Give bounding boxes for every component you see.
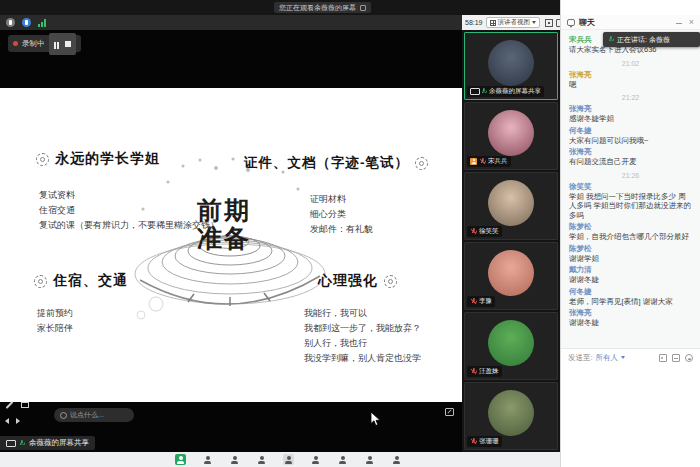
section-title: 住宿、交通 — [53, 272, 128, 290]
participant-panel-header: 58:19 演讲者视图 — [462, 15, 560, 30]
shape-icon[interactable] — [21, 402, 29, 408]
app-icon[interactable] — [364, 454, 375, 465]
network-signal-icon[interactable] — [38, 19, 46, 27]
emoji-icon[interactable] — [60, 412, 67, 419]
mic-status-icon — [471, 438, 476, 445]
participant-name: 张珊珊 — [479, 437, 499, 446]
share-source-text: 余薇薇的屏幕共享 — [29, 438, 89, 448]
chat-sender-name: 何冬婕 — [569, 126, 692, 136]
speaking-toast-text: 正在讲话: 余薇薇 — [617, 35, 670, 45]
meeting-window: 您正在观看余薇薇的屏幕 × 录制中 — [0, 0, 700, 467]
chat-sender-name: 戴力清 — [569, 265, 692, 275]
chat-message-text: 谢谢冬婕 — [569, 275, 692, 285]
chat-sender-name: 张海亮 — [569, 147, 692, 157]
chat-sender-name: 张海亮 — [569, 104, 692, 114]
shared-slide: 前期准备 永远的学长学姐 复试资料 住宿交通 复试的课（要有辨识力，不要稀里糊涂… — [0, 88, 462, 402]
mouse-cursor — [370, 412, 382, 427]
view-mode-button[interactable]: 演讲者视图 — [486, 17, 541, 28]
fullscreen-icon[interactable] — [545, 19, 553, 27]
image-icon[interactable] — [659, 354, 667, 362]
avatar — [488, 390, 534, 436]
participant-tile[interactable]: 徐笑笑 — [464, 172, 558, 240]
slide-section-mindset: 心理强化 我能行，我可以 我都到这一步了，我能放弃？ 别人行，我也行 我没学到嘛… — [318, 272, 421, 366]
section-item: 提前预约 — [37, 306, 128, 321]
prev-page-icon[interactable] — [5, 418, 9, 424]
screen-share-active-icon[interactable] — [175, 454, 186, 465]
recording-indicator: 录制中 — [8, 35, 81, 52]
member-icon[interactable] — [685, 354, 693, 362]
share-source-label: 余薇薇的屏幕共享 — [0, 436, 95, 450]
mic-on-icon — [19, 439, 25, 446]
section-item: 我没学到嘛，别人肯定也没学 — [304, 351, 421, 366]
chat-sender-name: 陈梦松 — [569, 222, 692, 232]
security-shield-icon[interactable] — [22, 18, 31, 27]
avatar — [488, 110, 534, 156]
chat-close-icon[interactable]: × — [689, 18, 694, 27]
app-icon[interactable] — [202, 454, 213, 465]
recording-dot-icon — [13, 41, 18, 46]
chat-sender-name: 何冬婕 — [569, 287, 692, 297]
participant-tile[interactable]: 汪盈姝 — [464, 312, 558, 380]
speaking-toast: 正在讲话: 余薇薇 — [603, 32, 700, 47]
section-item: 复试资料 — [39, 188, 219, 203]
screenshot-icon[interactable] — [672, 354, 680, 362]
chat-title: 聊天 — [579, 17, 595, 28]
banner-pin-icon[interactable] — [360, 5, 366, 11]
quick-chat-input[interactable]: 说点什么... — [54, 408, 134, 422]
chat-message-text: 感谢冬婕学姐 — [569, 114, 692, 124]
participant-panel: 58:19 演讲者视图 余薇薇的屏幕共享 宋兵兵 — [462, 15, 560, 452]
participant-tile[interactable]: 张珊珊 — [464, 382, 558, 450]
watching-banner-text: 您正在观看余薇薇的屏幕 — [279, 3, 356, 13]
grid-view-icon — [490, 20, 496, 26]
chat-sender-name: 张海亮 — [569, 308, 692, 318]
host-badge-icon — [470, 158, 477, 165]
section-item: 复试的课（要有辨识力，不要稀里糊涂交钱） — [39, 218, 219, 233]
section-item: 住宿交通 — [39, 203, 219, 218]
meeting-app-icon[interactable] — [283, 454, 294, 465]
pause-recording-button[interactable] — [54, 35, 60, 53]
page-nav-tools — [5, 418, 20, 424]
pen-icon[interactable] — [6, 401, 14, 409]
chevron-down-icon — [621, 356, 625, 359]
app-icon[interactable] — [256, 454, 267, 465]
chat-message-text: 老师，同学再见[表情] 谢谢大家 — [569, 297, 692, 307]
participant-tile[interactable]: 宋兵兵 — [464, 102, 558, 170]
title-bar: 您正在观看余薇薇的屏幕 — [0, 0, 560, 15]
avatar — [488, 320, 534, 366]
popout-icon[interactable] — [445, 408, 454, 416]
audio-status-icon[interactable] — [6, 18, 15, 27]
section-title: 永远的学长学姐 — [55, 150, 160, 168]
mic-on-icon — [608, 36, 614, 43]
app-icon[interactable] — [337, 454, 348, 465]
ornament-icon — [384, 275, 397, 288]
avatar — [488, 250, 534, 296]
participant-name: 李豫 — [479, 297, 492, 306]
section-item: 我能行，我可以 — [304, 306, 421, 321]
slide-section-lodging: 住宿、交通 提前预约 家长陪伴 — [34, 272, 128, 336]
stop-recording-button[interactable] — [65, 41, 71, 47]
meeting-timer: 58:19 — [465, 19, 483, 26]
ornament-icon — [36, 153, 49, 166]
send-to-selector[interactable]: 所有人 — [596, 353, 619, 363]
chat-sender-name: 徐笑笑 — [569, 182, 692, 192]
app-icon[interactable] — [310, 454, 321, 465]
mic-status-icon — [480, 158, 485, 165]
chat-message-text: 谢谢学姐 — [569, 254, 692, 264]
chat-input[interactable] — [561, 366, 700, 467]
view-mode-label: 演讲者视图 — [498, 18, 531, 27]
app-icon[interactable] — [229, 454, 240, 465]
chat-sender-name: 陈梦松 — [569, 244, 692, 254]
chat-message-text: 嗯 — [569, 80, 692, 90]
next-page-icon[interactable] — [16, 418, 20, 424]
taskbar — [0, 452, 560, 467]
section-item: 发邮件：有礼貌 — [310, 222, 428, 237]
app-icon[interactable] — [391, 454, 402, 465]
participant-tile[interactable]: 余薇薇的屏幕共享 — [464, 32, 558, 100]
participant-tiles: 余薇薇的屏幕共享 宋兵兵 徐笑笑 李豫 — [462, 30, 560, 454]
participant-name: 汪盈姝 — [479, 367, 499, 376]
chat-minimize-icon[interactable] — [676, 23, 682, 24]
participant-tile[interactable]: 李豫 — [464, 242, 558, 310]
chat-message-text: 学姐 我想问一下当时报录比多少 周人多吗 学姐当时你们那边就没进来的多吗 — [569, 192, 692, 221]
screen-share-view: 录制中 — [0, 30, 462, 452]
chat-bubble-icon — [567, 19, 575, 26]
